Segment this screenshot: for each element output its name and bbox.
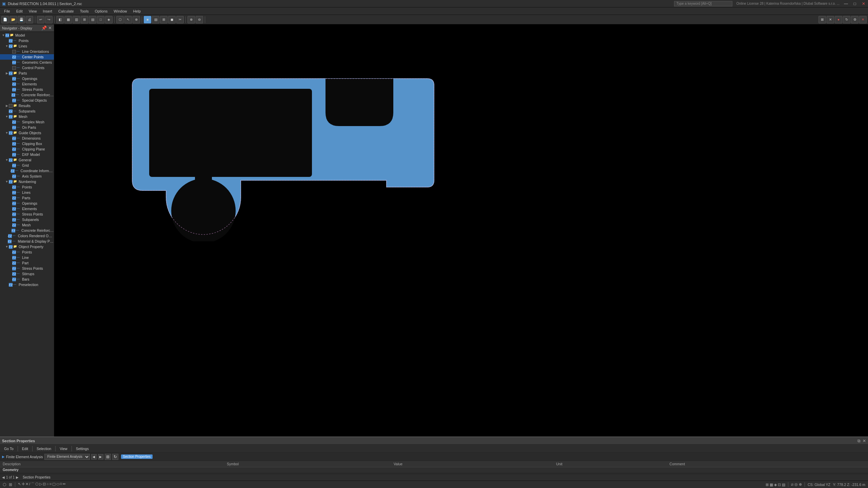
tree-checkbox-simplex-mesh[interactable]: ✓ [12,120,16,124]
menu-calculate[interactable]: Calculate [56,8,77,14]
tree-checkbox-num-mesh[interactable]: ✓ [12,223,16,227]
viewport[interactable] [54,24,868,444]
tree-checkbox-grid[interactable]: ✓ [12,164,16,167]
tree-checkbox-preselection[interactable]: ✓ [9,283,13,287]
toolbar-select3[interactable]: ⊕ [133,16,140,23]
page-prev-btn[interactable]: ◀ [2,475,5,479]
tree-checkbox-num-lines[interactable]: ✓ [12,191,16,195]
props-settings-btn[interactable]: Settings [74,446,91,451]
tree-checkbox-geometric-centers[interactable]: ✓ [12,61,16,64]
tree-checkbox-num-points[interactable]: ✓ [12,185,16,189]
tree-checkbox-colors-rendered[interactable]: ✓ [8,234,12,238]
close-btn[interactable]: ✕ [861,1,866,6]
tree-item-simplex-mesh[interactable]: ✓—Simplex Mesh [0,119,54,125]
analysis-nav-next[interactable]: ▶ [98,454,103,460]
tree-checkbox-axis-system[interactable]: ✓ [12,175,16,178]
toolbar-right5[interactable]: ✕ [859,16,867,23]
tree-item-clipping-box[interactable]: ✓—Clipping Box [0,141,54,146]
tree-item-num-subpanels[interactable]: ✓—Subpanels [0,217,54,222]
tree-item-obj-points[interactable]: ✓—Points [0,249,54,255]
tree-item-axis-system[interactable]: ✓—Axis System [0,174,54,179]
toolbar-undo[interactable]: ↩ [37,16,44,23]
tree-checkbox-num-openings[interactable]: ✓ [12,202,16,205]
tree-checkbox-lines[interactable]: ✓ [9,44,13,48]
toolbar-display2[interactable]: ⊞ [160,16,167,23]
tree-checkbox-dxf-model[interactable]: ✓ [12,153,16,157]
tree-checkbox-control-points[interactable] [12,66,16,70]
analysis-icon-btn[interactable]: ⊞ [105,454,111,460]
tree-checkbox-general[interactable]: ✓ [9,158,13,162]
tree-expand-control-points[interactable] [8,66,12,70]
tree-checkbox-material-display[interactable]: ✓ [8,240,12,243]
tree-expand-line-orientations[interactable] [8,49,12,54]
menu-help[interactable]: Help [130,8,143,14]
toolbar-right4[interactable]: ⚙ [851,16,859,23]
tree-item-num-openings[interactable]: ✓—Openings [0,201,54,206]
tree-item-num-lines[interactable]: ✓—Lines [0,190,54,195]
tree-item-center-points[interactable]: ✓—Center Points [0,54,54,60]
menu-file[interactable]: File [1,8,13,14]
tree-item-lines[interactable]: ▼✓📁Lines [0,43,54,49]
tree-checkbox-clipping-plane[interactable]: ✓ [12,147,16,151]
tree-item-concrete-reinforcement[interactable]: ✓—Concrete Reinforcement [0,92,54,98]
tree-item-on-parts[interactable]: ✓—On Parts [0,125,54,130]
tree-checkbox-obj-points[interactable]: ✓ [12,250,16,254]
tree-checkbox-line-orientations[interactable] [12,50,16,54]
tree-checkbox-points[interactable]: ✓ [9,39,13,43]
tree-item-openings[interactable]: ✓—Openings [0,76,54,81]
toolbar-right2[interactable]: ✕ [827,16,834,23]
toolbar-new[interactable]: 📄 [1,16,9,23]
tree-item-elements[interactable]: ✓—Elements [0,81,54,87]
tree-checkbox-stress-points[interactable]: ✓ [12,88,16,92]
toolbar-redo[interactable]: ↪ [45,16,53,23]
tree-item-num-points[interactable]: ✓—Points [0,184,54,190]
tree-checkbox-obj-stress-points[interactable]: ✓ [12,267,16,270]
status-icon1[interactable]: ⬡ [3,482,6,487]
menu-insert[interactable]: Insert [40,8,55,14]
tree-item-clipping-plane[interactable]: ✓—Clipping Plane [0,146,54,152]
tree-item-material-display[interactable]: ✓—Material & Display Properties [0,239,54,244]
tree-item-obj-bars[interactable]: ✓—Bars [0,277,54,282]
tree-checkbox-special-objects[interactable]: ✓ [12,99,16,102]
tree-item-obj-stirrups[interactable]: ✓—Stirrups [0,271,54,277]
tree-checkbox-num-elements[interactable]: ✓ [12,207,16,211]
tree-checkbox-numbering[interactable]: ✓ [9,180,13,184]
tree-item-num-elements[interactable]: ✓—Elements [0,206,54,211]
toolbar-view2[interactable]: ▦ [64,16,72,23]
minimize-btn[interactable]: — [844,1,848,6]
toolbar-select1[interactable]: ⬡ [116,16,124,23]
tree-item-coord-cursor[interactable]: ✓—Coordinate Information on Cursor [0,168,54,174]
tree-checkbox-clipping-box[interactable]: ✓ [12,142,16,146]
toolbar-view1[interactable]: ◧ [56,16,64,23]
toolbar-open[interactable]: 📂 [9,16,17,23]
tree-checkbox-elements[interactable]: ✓ [12,82,16,86]
tree-checkbox-guide-objects[interactable]: ✓ [9,131,13,135]
props-view-btn[interactable]: View [58,446,70,451]
tree-checkbox-parts[interactable]: ✓ [9,72,13,75]
menu-window[interactable]: Window [111,8,130,14]
tree-checkbox-subpanels[interactable]: ✓ [9,109,13,113]
tree-item-guide-objects[interactable]: ▼✓📁Guide Objects [0,130,54,136]
status-icon2[interactable]: ⊞ [9,482,12,487]
tree-item-geometric-centers[interactable]: ✓—Geometric Centers [0,60,54,65]
analysis-dropdown[interactable]: Finite Element Analysis [44,454,90,460]
toolbar-view4[interactable]: ⊞ [81,16,88,23]
toolbar-color[interactable]: ■ [144,16,151,23]
tree-item-general[interactable]: ▼✓📁General [0,157,54,163]
toolbar-view7[interactable]: ◈ [105,16,113,23]
tree-checkbox-num-concrete[interactable]: ✓ [12,229,15,232]
tree-item-object-property[interactable]: ▼✓📁Object Property [0,244,54,249]
tree-item-num-concrete[interactable]: ✓—Concrete Reinforcement [0,228,54,233]
tree-item-colors-rendered[interactable]: ✓—Colors Rendered Objects by [0,233,54,239]
tree-item-numbering[interactable]: ▼✓📁Numbering [0,179,54,184]
analysis-refresh-btn[interactable]: ↻ [112,454,118,460]
tree-checkbox-obj-stirrups[interactable]: ✓ [12,272,16,276]
analysis-nav-prev[interactable]: ◀ [91,454,97,460]
tree-item-obj-stress-points[interactable]: ✓—Stress Points [0,266,54,271]
toolbar-fill[interactable]: ◼ [168,16,176,23]
tree-checkbox-object-property[interactable]: ✓ [9,245,13,249]
tree-item-parts[interactable]: ▶✓📁Parts [0,70,54,76]
tree-checkbox-coord-cursor[interactable]: ✓ [11,169,15,173]
toolbar-view6[interactable]: □ [97,16,104,23]
toolbar-zoom-out[interactable]: ⊖ [196,16,203,23]
